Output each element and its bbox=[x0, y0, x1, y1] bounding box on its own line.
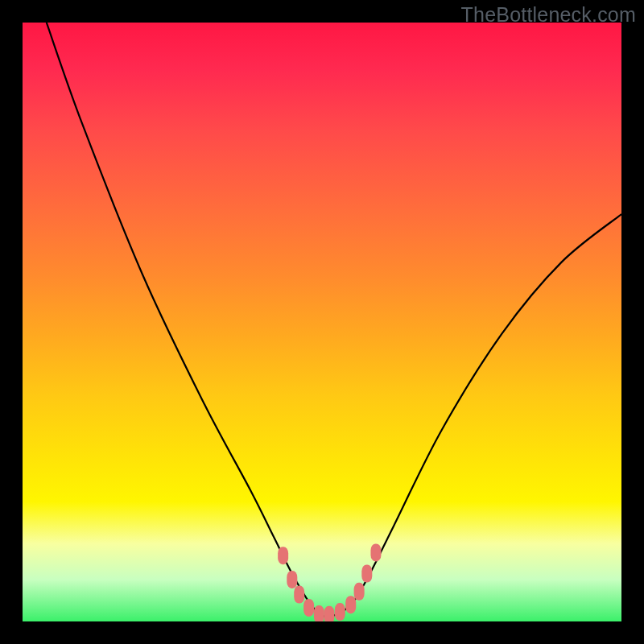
chart-frame: TheBottleneck.com bbox=[0, 0, 644, 644]
plot-background bbox=[23, 23, 621, 621]
